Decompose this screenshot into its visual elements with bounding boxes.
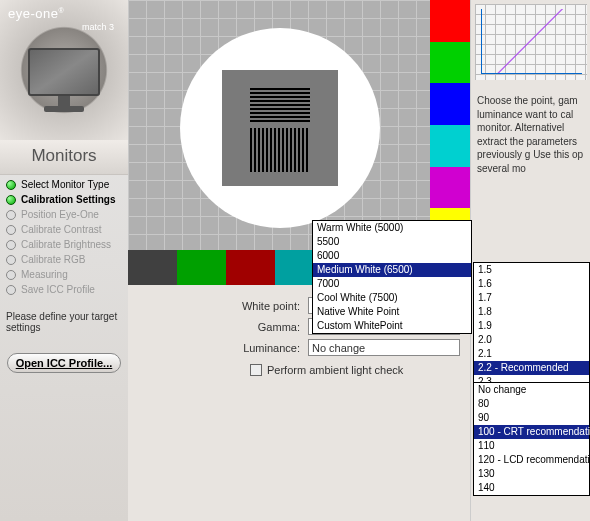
gamma-dropdown[interactable]: 1.51.61.71.81.92.02.12.2 - Recommended2.… <box>473 262 590 390</box>
color-swatch <box>430 42 470 84</box>
dropdown-option[interactable]: Warm White (5000) <box>313 221 471 235</box>
dropdown-option[interactable]: 1.9 <box>474 319 589 333</box>
dropdown-option[interactable]: Medium White (6500) <box>313 263 471 277</box>
step-calibrate-brightness: Calibrate Brightness <box>0 237 128 252</box>
luminance-label: Luminance: <box>138 342 308 354</box>
color-swatch <box>430 167 470 209</box>
dropdown-option[interactable]: No change <box>474 383 589 397</box>
color-swatch <box>128 250 177 285</box>
color-swatch <box>430 0 470 42</box>
color-swatch <box>226 250 275 285</box>
monitor-icon <box>24 48 104 118</box>
dropdown-option[interactable]: 5500 <box>313 235 471 249</box>
step-select-monitor[interactable]: Select Monitor Type <box>0 177 128 192</box>
dropdown-option[interactable]: 1.8 <box>474 305 589 319</box>
step-calibration-settings[interactable]: Calibration Settings <box>0 192 128 207</box>
dropdown-option[interactable]: Native White Point <box>313 305 471 319</box>
dropdown-option[interactable]: 140 <box>474 481 589 495</box>
luminance-dropdown[interactable]: No change8090100 - CRT recommendation110… <box>473 382 590 496</box>
status-dot-icon <box>6 225 16 235</box>
checkbox-icon[interactable] <box>250 364 262 376</box>
step-position-eyeone: Position Eye-One <box>0 207 128 222</box>
sidebar-title: Monitors <box>0 140 128 175</box>
dropdown-option[interactable]: 100 - CRT recommendation <box>474 425 589 439</box>
status-dot-icon <box>6 255 16 265</box>
brand-name: eye-one® <box>8 6 64 21</box>
status-dot-icon <box>6 210 16 220</box>
dropdown-option[interactable]: 2.2 - Recommended <box>474 361 589 375</box>
color-strip-vertical <box>430 0 470 250</box>
color-swatch <box>430 83 470 125</box>
dropdown-option[interactable]: Cool White (7500) <box>313 291 471 305</box>
dropdown-option[interactable]: 1.6 <box>474 277 589 291</box>
step-measuring: Measuring <box>0 267 128 282</box>
dropdown-option[interactable]: 7000 <box>313 277 471 291</box>
whitepoint-label: White point: <box>138 300 308 312</box>
status-dot-icon <box>6 270 16 280</box>
dropdown-option[interactable]: 1.5 <box>474 263 589 277</box>
color-swatch <box>430 125 470 167</box>
ambient-check-row[interactable]: Perform ambient light check <box>250 364 460 376</box>
logo-area: eye-one® match 3 <box>0 0 128 140</box>
status-dot-icon <box>6 240 16 250</box>
luminance-select[interactable]: No change <box>308 339 460 356</box>
step-list: Select Monitor Type Calibration Settings… <box>0 175 128 299</box>
step-calibrate-contrast: Calibrate Contrast <box>0 222 128 237</box>
color-swatch <box>177 250 226 285</box>
status-dot-icon <box>6 195 16 205</box>
brand-sub: match 3 <box>82 22 114 32</box>
dropdown-option[interactable]: 2.1 <box>474 347 589 361</box>
dropdown-option[interactable]: 90 <box>474 411 589 425</box>
whitepoint-dropdown[interactable]: Warm White (5000)55006000Medium White (6… <box>312 220 472 334</box>
status-dot-icon <box>6 285 16 295</box>
dropdown-option[interactable]: 6000 <box>313 249 471 263</box>
dropdown-option[interactable]: 80 <box>474 397 589 411</box>
status-dot-icon <box>6 180 16 190</box>
help-text: Choose the point, gam luminance want to … <box>471 84 590 185</box>
dropdown-option[interactable]: 2.0 <box>474 333 589 347</box>
sidebar: eye-one® match 3 Monitors Select Monitor… <box>0 0 128 521</box>
dropdown-option[interactable]: 130 <box>474 467 589 481</box>
gamma-test-pattern <box>222 70 338 186</box>
dropdown-option[interactable]: 1.7 <box>474 291 589 305</box>
dropdown-option[interactable]: 110 <box>474 439 589 453</box>
gamma-label: Gamma: <box>138 321 308 333</box>
ambient-check-label: Perform ambient light check <box>267 364 403 376</box>
instruction-text: Please define your target settings <box>0 299 128 345</box>
step-calibrate-rgb: Calibrate RGB <box>0 252 128 267</box>
test-pattern-circle <box>180 28 380 228</box>
curve-thumbnail <box>475 4 587 80</box>
step-save-icc: Save ICC Profile <box>0 282 128 297</box>
dropdown-option[interactable]: Custom WhitePoint <box>313 319 471 333</box>
dropdown-option[interactable]: 120 - LCD recommendation <box>474 453 589 467</box>
open-icc-button[interactable]: Open ICC Profile... <box>7 353 122 373</box>
